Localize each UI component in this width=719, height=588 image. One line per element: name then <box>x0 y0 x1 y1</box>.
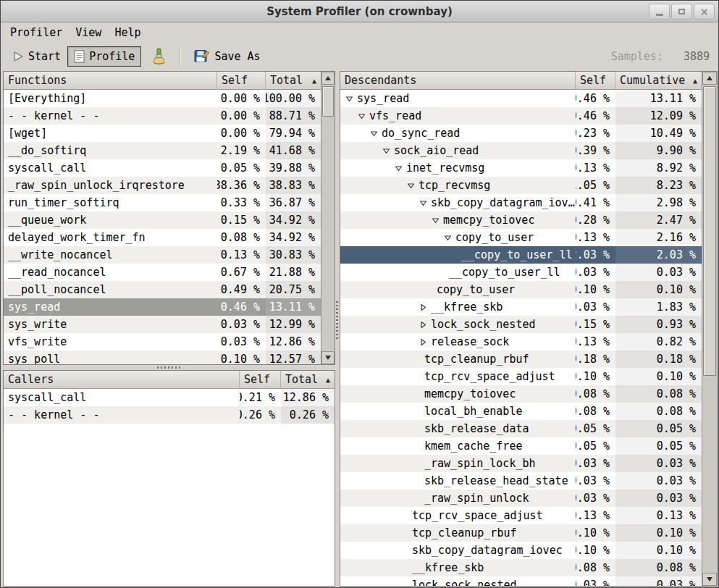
table-row[interactable]: __do_softirq2.19 %41.68 % <box>4 142 321 159</box>
maximize-button[interactable] <box>671 4 692 20</box>
tree-row[interactable]: lock_sock_nested0.15 %0.93 % <box>340 316 702 333</box>
table-row[interactable]: run_timer_softirq0.33 %36.87 % <box>4 194 321 211</box>
menu-help[interactable]: Help <box>108 24 147 41</box>
menu-profiler[interactable]: Profiler <box>4 24 69 41</box>
tree-row[interactable]: sys_read0.46 %13.11 % <box>340 90 702 107</box>
tree-row[interactable]: tcp_recvmsg1.05 %8.23 % <box>340 177 702 194</box>
table-row[interactable]: _raw_spin_unlock_irqrestore38.36 %38.83 … <box>4 177 321 194</box>
table-row[interactable]: __poll_nocancel0.49 %20.75 % <box>4 281 321 298</box>
column-header-cumulative[interactable]: Cumulative▲ <box>615 72 702 90</box>
functions-rows: [Everything]0.00 %100.00 %- - kernel - -… <box>4 90 321 364</box>
scroll-up-button[interactable] <box>321 72 335 85</box>
tree-row[interactable]: memcpy_toiovec0.28 %2.47 % <box>340 211 702 229</box>
tree-row[interactable]: local_bh_enable0.08 %0.08 % <box>340 403 702 420</box>
table-row[interactable]: sys_write0.03 %12.99 % <box>4 316 321 333</box>
tree-row[interactable]: __kfree_skb0.08 %0.08 % <box>340 559 702 576</box>
tree-row[interactable]: do_sync_read0.23 %10.49 % <box>340 125 702 142</box>
expander-open-icon[interactable] <box>394 164 403 172</box>
column-header-descendants[interactable]: Descendants <box>340 72 576 90</box>
scroll-down-button[interactable] <box>321 351 335 364</box>
tree-row[interactable]: tcp_cleanup_rbuf0.18 %0.18 % <box>340 350 702 368</box>
scrollbar-thumb[interactable] <box>322 86 334 117</box>
tree-row[interactable]: skb_release_data0.05 %0.05 % <box>340 420 702 437</box>
tree-row[interactable]: skb_release_head_state0.03 %0.03 % <box>340 472 702 490</box>
table-row[interactable]: syscall_call0.21 %12.86 % <box>4 389 335 406</box>
table-row[interactable]: vfs_write0.03 %12.86 % <box>4 333 321 350</box>
profile-toggle-button[interactable]: Profile <box>67 46 141 67</box>
tree-row[interactable]: sock_aio_read0.39 %9.90 % <box>340 142 702 159</box>
expander-open-icon[interactable] <box>357 112 366 120</box>
expander-open-icon[interactable] <box>345 95 354 103</box>
expander-open-icon[interactable] <box>406 182 416 190</box>
table-row[interactable]: __queue_work0.15 %34.92 % <box>4 211 321 229</box>
expander-closed-icon[interactable] <box>419 303 428 311</box>
self-value: 2.03 % <box>576 246 615 264</box>
table-row[interactable]: - - kernel - -0.26 %0.26 % <box>4 406 335 424</box>
scrollbar-thumb[interactable] <box>703 86 716 376</box>
self-value: 0.15 % <box>576 316 615 333</box>
descendants-scrollbar[interactable] <box>702 72 717 586</box>
expander-open-icon[interactable] <box>419 199 428 207</box>
tree-row[interactable]: _raw_spin_lock_bh0.03 %0.03 % <box>340 455 702 472</box>
column-header-self[interactable]: Self <box>217 72 266 90</box>
expander-open-icon[interactable] <box>369 130 379 138</box>
expander-open-icon[interactable] <box>382 147 391 155</box>
table-row[interactable]: sys_poll0.10 %12.57 % <box>4 350 321 364</box>
self-value: 0.33 % <box>217 194 266 211</box>
table-row[interactable]: __read_nocancel0.67 %21.88 % <box>4 264 321 281</box>
table-row[interactable]: [Everything]0.00 %100.00 % <box>4 90 321 107</box>
tree-row[interactable]: copy_to_user0.13 %2.16 % <box>340 229 702 246</box>
expander-open-icon[interactable] <box>443 234 453 242</box>
table-row[interactable]: sys_read0.46 %13.11 % <box>4 298 321 316</box>
minimize-button[interactable] <box>649 4 670 20</box>
functions-panel: Functions Self Total▲ [Everything]0.00 %… <box>3 71 335 365</box>
tree-row[interactable]: kmem_cache_free0.05 %0.05 % <box>340 437 702 455</box>
descendant-label: lock_sock_nested <box>412 579 517 586</box>
column-header-callers[interactable]: Callers <box>4 371 240 389</box>
tree-row[interactable]: tcp_rcv_space_adjust0.13 %0.13 % <box>340 507 702 524</box>
tree-row[interactable]: lock_sock_nested0.03 %0.03 % <box>340 576 702 586</box>
tree-row[interactable]: tcp_rcv_space_adjust0.10 %0.10 % <box>340 368 702 385</box>
caller-name: - - kernel - - <box>4 406 240 424</box>
expander-closed-icon[interactable] <box>419 321 428 329</box>
tree-row[interactable]: tcp_cleanup_rbuf0.10 %0.10 % <box>340 524 702 542</box>
table-row[interactable]: - - kernel - -0.00 %88.71 % <box>4 107 321 125</box>
reset-button[interactable] <box>144 44 173 70</box>
close-button[interactable]: × <box>694 4 715 20</box>
table-row[interactable]: syscall_call0.05 %39.88 % <box>4 159 321 177</box>
functions-scrollbar[interactable] <box>321 72 335 364</box>
tree-row[interactable]: vfs_read0.46 %12.09 % <box>340 107 702 125</box>
column-header-total[interactable]: Total▲ <box>281 371 335 389</box>
descendant-label: memcpy_toiovec <box>443 214 534 227</box>
start-button[interactable]: Start <box>7 46 67 67</box>
tree-row[interactable]: skb_copy_datagram_iovec0.10 %0.10 % <box>340 542 702 559</box>
scroll-down-button[interactable] <box>702 573 717 586</box>
tree-row[interactable]: inet_recvmsg0.13 %8.92 % <box>340 159 702 177</box>
column-header-total[interactable]: Total▲ <box>266 72 321 90</box>
column-header-functions[interactable]: Functions <box>4 72 217 90</box>
tree-row[interactable]: __kfree_skb0.03 %1.83 % <box>340 298 702 316</box>
tree-row[interactable]: memcpy_toiovec0.08 %0.08 % <box>340 385 702 403</box>
table-row[interactable]: [wget]0.00 %79.94 % <box>4 125 321 142</box>
scroll-up-button[interactable] <box>702 72 717 85</box>
tree-row[interactable]: _raw_spin_unlock0.03 %0.03 % <box>340 490 702 507</box>
table-row[interactable]: delayed_work_timer_fn0.08 %34.92 % <box>4 229 321 246</box>
horizontal-splitter[interactable] <box>3 365 335 370</box>
tree-row[interactable]: skb_copy_datagram_iov…0.41 %2.98 % <box>340 194 702 211</box>
column-header-self[interactable]: Self <box>576 72 615 90</box>
expander-open-icon[interactable] <box>431 217 440 224</box>
expander-closed-icon[interactable] <box>419 338 428 346</box>
scrollbar-track[interactable] <box>702 85 717 573</box>
column-header-self[interactable]: Self <box>240 371 281 389</box>
menu-view[interactable]: View <box>69 24 108 41</box>
tree-row[interactable]: copy_to_user0.10 %0.10 % <box>340 281 702 298</box>
tree-row[interactable]: __copy_to_user_ll0.03 %0.03 % <box>340 264 702 281</box>
scrollbar-track[interactable] <box>321 85 335 351</box>
callers-panel: Callers Self Total▲ syscall_call0.21 %12… <box>3 370 335 587</box>
tree-row[interactable]: __copy_to_user_ll2.03 %2.03 % <box>340 246 702 264</box>
save-as-button[interactable]: Save As <box>188 46 266 67</box>
tree-row[interactable]: release_sock0.13 %0.82 % <box>340 333 702 350</box>
table-row[interactable]: __write_nocancel0.13 %30.83 % <box>4 246 321 264</box>
brush-icon <box>151 48 167 66</box>
descendant-label: kmem_cache_free <box>424 440 522 453</box>
